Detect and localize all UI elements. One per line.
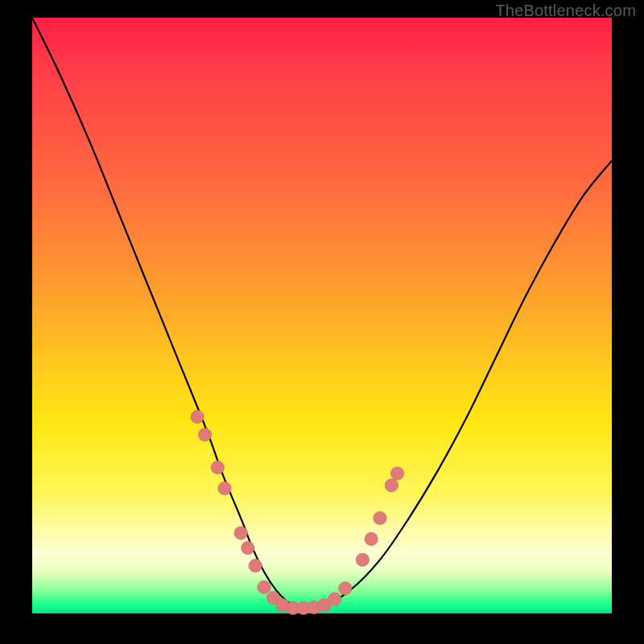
curve-marker xyxy=(234,526,247,539)
curve-marker xyxy=(356,553,369,566)
curve-marker xyxy=(374,511,386,524)
curve-marker xyxy=(328,592,341,605)
curve-marker xyxy=(218,481,231,494)
curve-marker xyxy=(211,461,224,474)
curve-marker xyxy=(258,580,270,593)
chart-overlay-svg xyxy=(32,18,612,613)
plot-area xyxy=(32,18,612,613)
bottleneck-curve xyxy=(32,18,612,609)
curve-marker xyxy=(339,582,352,595)
curve-marker xyxy=(191,411,204,423)
curve-marker xyxy=(365,532,378,545)
curve-marker xyxy=(249,559,262,572)
curve-marker xyxy=(390,467,403,480)
curve-marker xyxy=(198,428,211,441)
curve-markers-group xyxy=(191,411,404,615)
chart-stage: TheBottleneck.com xyxy=(0,0,644,644)
curve-marker xyxy=(385,479,398,492)
curve-marker xyxy=(242,541,254,554)
